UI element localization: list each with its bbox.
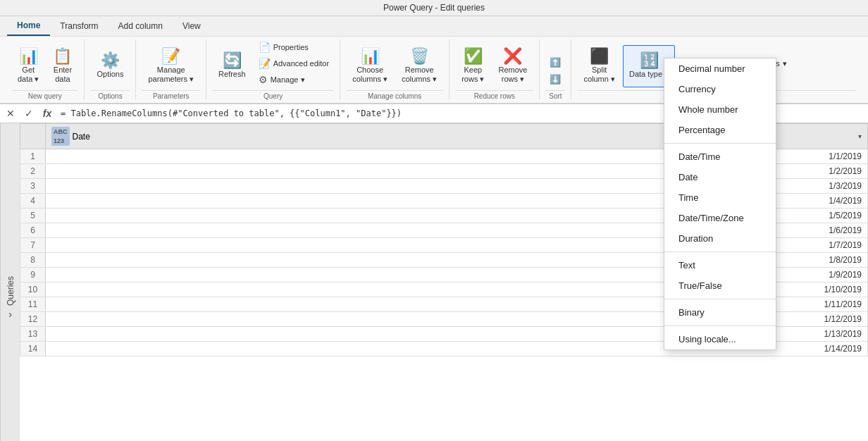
manage-params-button[interactable]: 📝 Manageparameters ▾ [142,45,200,87]
dropdown-item-using-locale---[interactable]: Using locale... [664,329,776,349]
group-new-query: 📊 Getdata ▾ 📋 Enterdata New query [6,39,85,100]
properties-button[interactable]: 📄 Properties [254,39,314,55]
get-data-icon: 📊 [19,49,38,64]
group-new-query-label: New query [11,90,78,100]
dropdown-item-percentage[interactable]: Percentage [664,120,776,140]
manage-button[interactable]: ⚙ Manage ▾ [254,72,311,87]
row-number: 10 [20,282,46,297]
manage-params-label: Manageparameters ▾ [148,66,194,84]
dropdown-item-decimal-number[interactable]: Decimal number [664,58,776,79]
dropdown-separator [664,143,776,144]
tab-add-column[interactable]: Add column [108,16,173,36]
manage-columns-items: 📊 Choosecolumns ▾ 🗑️ Removecolumns ▾ [346,39,443,89]
row-number: 2 [20,164,46,179]
parameters-items: 📝 Manageparameters ▾ [142,39,200,89]
sort-buttons: ⬆️ ⬇️ [545,54,565,87]
dropdown-item-binary[interactable]: Binary [664,302,776,323]
remove-columns-label: Removecolumns ▾ [402,66,437,84]
group-reduce-rows-label: Reduce rows [455,90,533,100]
remove-rows-button[interactable]: ❌ Removerows ▾ [492,45,533,87]
formula-fx-button[interactable]: fx [39,106,55,121]
remove-rows-label: Removerows ▾ [498,66,527,84]
dropdown-item-date-time[interactable]: Date/Time [664,147,776,167]
enter-data-button[interactable]: 📋 Enterdata [46,45,78,87]
query-items: 🔄 Refresh 📄 Properties 📝 Advanced editor… [212,39,334,89]
sidebar[interactable]: › Queries [0,123,20,441]
formula-confirm-button[interactable]: ✓ [21,106,37,121]
group-query-label: Query [212,90,334,100]
options-items: ⚙️ Options [90,39,130,89]
dropdown-item-date-time-zone[interactable]: Date/Time/Zone [664,208,776,228]
enter-data-icon: 📋 [53,49,72,64]
choose-columns-icon: 📊 [361,49,380,64]
dropdown-item-true-false[interactable]: True/False [664,275,776,296]
advanced-editor-label: Advanced editor [273,59,330,68]
app-title: Power Query - Edit queries [383,3,485,13]
sidebar-arrow: › [8,309,12,320]
manage-label: Manage [271,75,299,84]
row-number: 4 [20,194,46,209]
dropdown-item-whole-number[interactable]: Whole number [664,99,776,120]
row-number: 14 [20,342,46,356]
dropdown-separator [664,251,776,252]
manage-arrow: ▾ [301,75,305,85]
choose-columns-button[interactable]: 📊 Choosecolumns ▾ [346,45,394,87]
row-number: 12 [20,312,46,327]
column-type-icon: ABC123 [51,127,70,146]
keep-rows-button[interactable]: ✅ Keeprows ▾ [455,45,490,87]
query-small-group: 📄 Properties 📝 Advanced editor ⚙ Manage … [254,39,335,87]
sort-items: ⬆️ ⬇️ [545,39,565,89]
group-sort-label: Sort [545,90,565,100]
group-reduce-rows: ✅ Keeprows ▾ ❌ Removerows ▾ Reduce rows [450,39,540,100]
split-column-button[interactable]: ⬛ Splitcolumn ▾ [577,45,621,87]
sidebar-label: Queries [6,276,16,306]
column-name: Date [73,132,90,142]
data-type-label: Data type ▾ [629,70,669,79]
formula-cancel-button[interactable]: ✕ [3,106,18,121]
dropdown-separator [664,325,776,326]
data-type-dropdown: Decimal numberCurrencyWhole numberPercen… [664,58,776,350]
row-number: 11 [20,297,46,312]
get-data-label: Getdata ▾ [18,66,39,84]
group-parameters: 📝 Manageparameters ▾ Parameters [136,39,206,100]
keep-rows-icon: ✅ [464,49,483,64]
group-sort: ⬆️ ⬇️ Sort [540,39,571,100]
row-number: 7 [20,238,46,253]
group-manage-columns: 📊 Choosecolumns ▾ 🗑️ Removecolumns ▾ Man… [340,39,450,100]
dropdown-item-text[interactable]: Text [664,255,776,275]
refresh-label: Refresh [218,70,246,79]
dropdown-item-duration[interactable]: Duration [664,228,776,249]
options-label: Options [97,70,123,79]
refresh-button[interactable]: 🔄 Refresh [212,45,252,87]
group-manage-columns-label: Manage columns [346,90,443,100]
row-number: 5 [20,209,46,223]
group-options-label: Options [90,90,130,100]
enter-data-label: Enterdata [54,66,72,84]
sort-desc-button[interactable]: ⬇️ [545,71,565,87]
row-number: 9 [20,268,46,282]
dropdown-item-date[interactable]: Date [664,167,776,187]
advanced-editor-button[interactable]: 📝 Advanced editor [254,56,335,71]
refresh-icon: 🔄 [223,53,242,68]
new-query-items: 📊 Getdata ▾ 📋 Enterdata [11,39,78,89]
options-button[interactable]: ⚙️ Options [90,45,130,87]
row-number-header [20,124,46,149]
tab-view[interactable]: View [173,16,211,36]
dropdown-item-currency[interactable]: Currency [664,79,776,99]
manage-params-icon: 📝 [161,49,180,64]
remove-columns-button[interactable]: 🗑️ Removecolumns ▾ [395,45,443,87]
get-data-button[interactable]: 📊 Getdata ▾ [11,45,45,87]
dropdown-item-time[interactable]: Time [664,187,776,208]
sort-asc-button[interactable]: ⬆️ [545,54,565,70]
row-number: 8 [20,253,46,268]
row-number: 3 [20,179,46,194]
tab-transform[interactable]: Transform [50,16,108,36]
group-options: ⚙️ Options Options [85,39,136,100]
tab-home[interactable]: Home [7,16,50,36]
row-number: 6 [20,223,46,238]
column-dropdown-arrow[interactable]: ▾ [858,132,862,140]
group-parameters-label: Parameters [142,90,200,100]
advanced-editor-icon: 📝 [259,58,271,69]
reduce-rows-items: ✅ Keeprows ▾ ❌ Removerows ▾ [455,39,533,89]
manage-icon: ⚙ [259,74,268,85]
